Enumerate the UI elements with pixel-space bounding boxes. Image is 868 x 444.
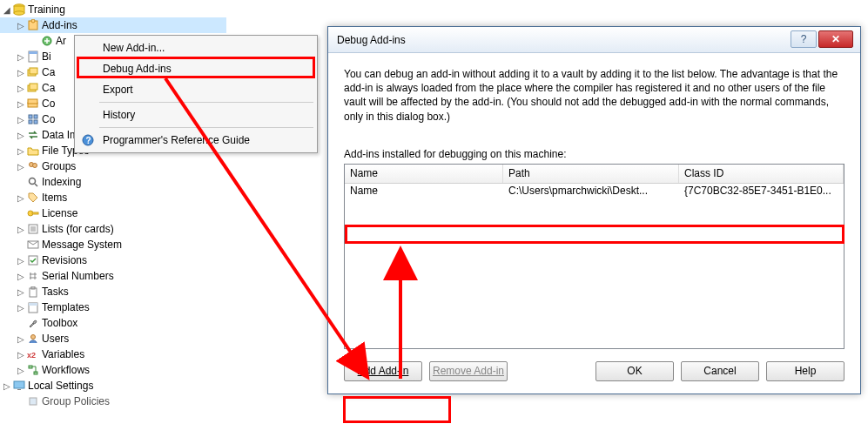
tree-item-message[interactable]: Message System <box>0 237 226 252</box>
expand-icon[interactable]: ▷ <box>16 146 26 156</box>
remove-addin-button[interactable]: Remove Add-in <box>429 361 508 381</box>
menu-new-addin[interactable]: New Add-in... <box>75 37 317 58</box>
tree-item-items[interactable]: ▷Items <box>0 190 226 205</box>
tree-item-users[interactable]: ▷Users <box>0 331 226 346</box>
expand-icon[interactable]: ▷ <box>16 225 26 234</box>
tree-label: Lists (for cards) <box>42 223 114 235</box>
menu-label: Debug Add-ins <box>98 63 172 75</box>
expand-icon[interactable]: ▷ <box>16 99 26 109</box>
expand-icon[interactable]: ▷ <box>16 115 26 124</box>
add-addin-button[interactable]: Add Add-in <box>344 361 422 381</box>
tree-item-addins[interactable]: ▷ Add-ins <box>0 17 226 33</box>
tree-label: Users <box>42 333 69 345</box>
expand-icon[interactable]: ▷ <box>16 256 26 266</box>
svg-rect-27 <box>31 286 35 289</box>
expand-icon[interactable]: ▷ <box>16 68 26 77</box>
expand-icon[interactable]: ▷ <box>16 162 26 172</box>
tree-item-tasks[interactable]: ▷Tasks <box>0 284 226 299</box>
cancel-button[interactable]: Cancel <box>681 361 759 381</box>
tree-item-variables[interactable]: ▷x2Variables <box>0 346 226 362</box>
tree-label: Indexing <box>42 176 81 188</box>
wrench-icon <box>26 316 40 330</box>
clipboard-icon <box>26 285 40 299</box>
tree-label: Local Settings <box>28 380 93 392</box>
collapse-icon[interactable]: ◢ <box>2 5 12 15</box>
addins-listview[interactable]: Name Path Class ID Name C:\Users\pmarchw… <box>344 164 844 349</box>
menu-history[interactable]: History <box>75 104 317 125</box>
titlebar-help-button[interactable]: ? <box>791 30 817 48</box>
tree-label: Ar <box>56 35 66 47</box>
question-icon: ? <box>801 33 807 45</box>
tree-item-revisions[interactable]: ▷Revisions <box>0 252 226 268</box>
expand-icon[interactable]: ▷ <box>16 193 26 203</box>
svg-point-30 <box>31 335 36 340</box>
col-path[interactable]: Path <box>503 165 679 183</box>
dialog-titlebar[interactable]: Debug Add-ins ? ✕ <box>328 27 860 53</box>
tree-item-indexing[interactable]: Indexing <box>0 174 226 190</box>
tree-label: Variables <box>42 348 84 360</box>
help-icon: ? <box>78 134 98 146</box>
users-icon <box>26 159 40 173</box>
expand-icon[interactable]: ▷ <box>16 366 26 375</box>
policy-icon <box>26 394 40 408</box>
svg-text:x2: x2 <box>27 351 36 359</box>
svg-rect-7 <box>29 51 37 54</box>
expand-icon[interactable]: ▷ <box>16 334 26 344</box>
user-icon <box>26 332 40 346</box>
menu-label: Export <box>98 84 133 96</box>
menu-export[interactable]: Export <box>75 79 317 100</box>
cards-icon <box>26 81 40 95</box>
expand-icon[interactable]: ▷ <box>16 84 26 93</box>
titlebar-close-button[interactable]: ✕ <box>818 30 853 48</box>
folder-icon <box>26 144 40 158</box>
help-button[interactable]: Help <box>766 361 844 381</box>
expand-icon[interactable]: ▷ <box>16 131 26 140</box>
col-name[interactable]: Name <box>345 165 503 183</box>
tree-item-groups[interactable]: ▷Groups <box>0 158 226 174</box>
menu-programmers-guide[interactable]: ?Programmer's Reference Guide <box>75 130 317 151</box>
tree-group-policies[interactable]: Group Policies <box>0 394 226 409</box>
tree-item-serial[interactable]: ▷Serial Numbers <box>0 268 226 284</box>
tree-item-license[interactable]: License <box>0 205 226 221</box>
expand-icon[interactable]: ▷ <box>16 287 26 297</box>
search-icon <box>26 175 40 189</box>
menu-debug-addins[interactable]: Debug Add-ins <box>75 58 317 79</box>
tree-local-settings[interactable]: ▷Local Settings <box>0 378 226 394</box>
database-icon <box>12 3 26 17</box>
svg-text:?: ? <box>86 136 91 145</box>
svg-rect-13 <box>28 99 37 104</box>
expand-icon[interactable]: ▷ <box>2 381 12 391</box>
tree-label: Group Policies <box>42 395 110 407</box>
tree-item-lists[interactable]: ▷Lists (for cards) <box>0 221 226 237</box>
tree-item-toolbox[interactable]: Toolbox <box>0 315 226 331</box>
expand-icon[interactable]: ▷ <box>16 303 26 313</box>
tree-item-workflows[interactable]: ▷Workflows <box>0 362 226 378</box>
mail-icon <box>26 238 40 252</box>
listview-row[interactable]: Name C:\Users\pmarchwicki\Deskt... {7C70… <box>345 184 844 199</box>
list-label: Add-ins installed for debugging on this … <box>344 148 844 160</box>
annotation-highlight <box>343 396 451 423</box>
tree-item-templates[interactable]: ▷Templates <box>0 299 226 315</box>
tree-label: Tasks <box>42 286 69 298</box>
close-icon: ✕ <box>831 33 840 45</box>
tree-label: Ca <box>42 66 55 78</box>
svg-rect-32 <box>29 366 32 368</box>
svg-rect-22 <box>32 212 38 214</box>
tree-label: Templates <box>42 301 90 313</box>
expand-icon[interactable]: ▷ <box>16 272 26 281</box>
expand-icon[interactable]: ▷ <box>16 52 26 62</box>
svg-rect-14 <box>29 115 32 118</box>
svg-point-4 <box>31 19 35 23</box>
menu-label: Programmer's Reference Guide <box>98 134 250 146</box>
col-class[interactable]: Class ID <box>679 165 844 183</box>
list-icon <box>26 222 40 236</box>
dialog-button-row: Add Add-in Remove Add-in OK Cancel Help <box>328 361 860 394</box>
expand-icon[interactable]: ▷ <box>16 21 26 30</box>
tree-root-training[interactable]: ◢ Training <box>0 2 226 17</box>
expand-icon[interactable]: ▷ <box>16 350 26 360</box>
menu-label: History <box>98 109 135 121</box>
ok-button[interactable]: OK <box>595 361 674 381</box>
doc-icon <box>26 50 40 64</box>
svg-point-2 <box>14 11 24 15</box>
hash-icon <box>26 269 40 283</box>
